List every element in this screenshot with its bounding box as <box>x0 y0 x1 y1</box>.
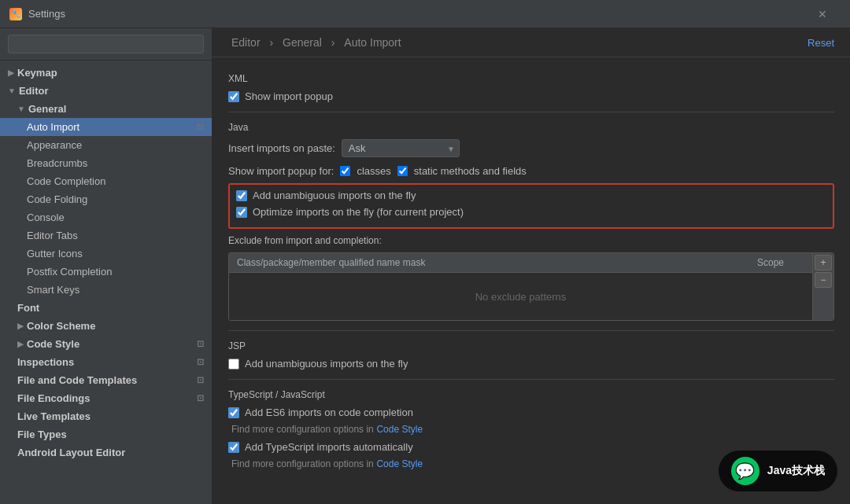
settings-badge: ⊡ <box>197 339 204 349</box>
add-unambiguous-checkbox[interactable] <box>236 190 247 201</box>
breadcrumb-sep1: › <box>269 36 276 49</box>
sidebar-item-label: Console <box>27 212 65 223</box>
sidebar-item-label: Font <box>17 302 39 314</box>
sidebar-item-smart-keys[interactable]: Smart Keys <box>0 281 212 299</box>
settings-badge: ⊡ <box>197 357 204 367</box>
jsp-section-label: JSP <box>228 340 834 351</box>
remove-pattern-button[interactable]: − <box>815 272 832 288</box>
jsp-add-unambiguous-row: Add unambiguous imports on the fly <box>228 358 834 370</box>
typescript-section-label: TypeScript / JavaScript <box>228 389 834 400</box>
static-methods-checkbox[interactable] <box>397 166 408 176</box>
sidebar-item-keymap[interactable]: ▶ Keymap <box>0 64 212 82</box>
sidebar-item-label: Postfix Completion <box>27 266 112 278</box>
sidebar-tree: ▶ Keymap ▼ Editor ▼ General Auto Import … <box>0 61 212 504</box>
find-more-text-2: Find more configuration options in <box>231 458 374 469</box>
breadcrumb-sep2: › <box>331 36 338 49</box>
sidebar-item-console[interactable]: Console <box>0 208 212 226</box>
sidebar-item-label: Code Style <box>27 338 79 350</box>
sidebar-item-label: General <box>28 103 66 115</box>
sidebar-item-color-scheme[interactable]: ▶ Color Scheme <box>0 317 212 335</box>
add-unambiguous-row: Add unambiguous imports on the fly <box>236 189 826 201</box>
sidebar-item-code-completion[interactable]: Code Completion <box>0 172 212 190</box>
sidebar-item-breadcrumbs[interactable]: Breadcrumbs <box>0 154 212 172</box>
table-side-controls: + − <box>812 253 833 320</box>
sidebar-item-label: File Types <box>17 429 67 440</box>
sidebar-item-file-code-templates[interactable]: File and Code Templates ⊡ <box>0 371 212 389</box>
sidebar-item-font[interactable]: Font <box>0 299 212 317</box>
sidebar-item-label: Code Completion <box>27 175 105 187</box>
sidebar-item-live-templates[interactable]: Live Templates <box>0 407 212 425</box>
sidebar-item-label: Auto Import <box>27 121 79 133</box>
sidebar-item-label: Breadcrumbs <box>27 157 87 169</box>
breadcrumb-auto-import: Auto Import <box>344 36 401 49</box>
close-button[interactable]: ✕ <box>804 0 841 28</box>
search-input[interactable] <box>8 35 204 53</box>
sidebar-item-appearance[interactable]: Appearance <box>0 136 212 154</box>
add-typescript-checkbox[interactable] <box>228 442 239 453</box>
chevron-down-icon: ▼ <box>17 105 25 113</box>
sidebar-item-postfix-completion[interactable]: Postfix Completion <box>0 263 212 281</box>
sidebar-item-editor-tabs[interactable]: Editor Tabs <box>0 226 212 245</box>
java-jsp-divider <box>228 330 834 331</box>
sidebar-item-auto-import[interactable]: Auto Import ⊡ <box>0 118 212 136</box>
sidebar-item-label: Editor Tabs <box>27 230 78 241</box>
sidebar-item-code-style[interactable]: ▶ Code Style ⊡ <box>0 335 212 353</box>
sidebar-item-editor[interactable]: ▼ Editor <box>0 82 212 100</box>
sidebar-item-label: Code Folding <box>27 193 87 205</box>
find-more-text-1: Find more configuration options in <box>231 424 374 435</box>
title-bar: 🔧 Settings ✕ <box>0 0 850 28</box>
jsp-add-unambiguous-label: Add unambiguous imports on the fly <box>245 358 408 370</box>
table-header: Class/package/member qualified name mask… <box>229 253 812 273</box>
main-layout: ▶ Keymap ▼ Editor ▼ General Auto Import … <box>0 28 850 504</box>
sidebar-item-label: Smart Keys <box>27 284 79 296</box>
settings-badge: ⊡ <box>197 122 204 132</box>
window-controls: ✕ <box>804 0 841 28</box>
sidebar-item-android-layout[interactable]: Android Layout Editor <box>0 443 212 462</box>
add-es6-row: Add ES6 imports on code completion <box>228 407 834 418</box>
app-icon: 🔧 <box>9 8 22 20</box>
window-title: Settings <box>28 8 65 20</box>
optimize-imports-row: Optimize imports on the fly (for current… <box>236 206 826 218</box>
sidebar-item-inspections[interactable]: Inspections ⊡ <box>0 353 212 371</box>
watermark: 💬 Java技术栈 <box>719 451 837 491</box>
add-pattern-button[interactable]: + <box>815 255 832 270</box>
watermark-icon: 💬 <box>731 457 759 485</box>
sidebar-item-file-types[interactable]: File Types <box>0 425 212 443</box>
col-scope: Scope <box>749 253 812 272</box>
sidebar-item-code-folding[interactable]: Code Folding <box>0 190 212 208</box>
sidebar-item-label: Live Templates <box>17 410 91 422</box>
chevron-right-icon: ▶ <box>17 340 24 348</box>
content-body: XML Show import popup Java Insert import… <box>213 57 850 504</box>
add-typescript-label: Add TypeScript imports automatically <box>245 441 413 453</box>
highlighted-options-box: Add unambiguous imports on the fly Optim… <box>228 183 834 229</box>
xml-section-label: XML <box>228 73 834 84</box>
breadcrumb-general: General <box>283 36 322 49</box>
sidebar-item-label: Editor <box>19 85 49 97</box>
optimize-imports-checkbox[interactable] <box>236 207 247 218</box>
optimize-imports-label: Optimize imports on the fly (for current… <box>253 206 464 218</box>
col-name-mask: Class/package/member qualified name mask <box>229 253 749 272</box>
search-box <box>0 28 212 61</box>
no-patterns-label: No exclude patterns <box>475 291 567 303</box>
classes-label: classes <box>357 165 390 177</box>
xml-show-import-popup-checkbox[interactable] <box>228 91 239 102</box>
static-methods-label: static methods and fields <box>414 165 527 177</box>
classes-checkbox[interactable] <box>340 166 350 176</box>
sidebar-item-label: Color Scheme <box>27 320 95 332</box>
table-body: No exclude patterns <box>229 273 812 320</box>
sidebar-item-gutter-icons[interactable]: Gutter Icons <box>0 245 212 263</box>
exclude-section-label: Exclude from import and completion: <box>228 235 834 246</box>
insert-imports-dropdown[interactable]: Ask All None <box>342 139 460 157</box>
add-es6-checkbox[interactable] <box>228 407 239 418</box>
code-style-link-2[interactable]: Code Style <box>376 458 423 469</box>
sidebar-item-general[interactable]: ▼ General <box>0 100 212 118</box>
code-style-link-1[interactable]: Code Style <box>376 424 423 435</box>
jsp-add-unambiguous-checkbox[interactable] <box>228 359 239 370</box>
sidebar-item-file-encodings[interactable]: File Encodings ⊡ <box>0 389 212 407</box>
xml-java-divider <box>228 112 834 112</box>
sidebar-item-label: Inspections <box>17 356 74 368</box>
sidebar-item-label: File and Code Templates <box>17 374 137 386</box>
xml-show-import-popup-label: Show import popup <box>245 90 333 102</box>
reset-button[interactable]: Reset <box>808 37 834 49</box>
sidebar-item-label: Android Layout Editor <box>17 447 125 458</box>
